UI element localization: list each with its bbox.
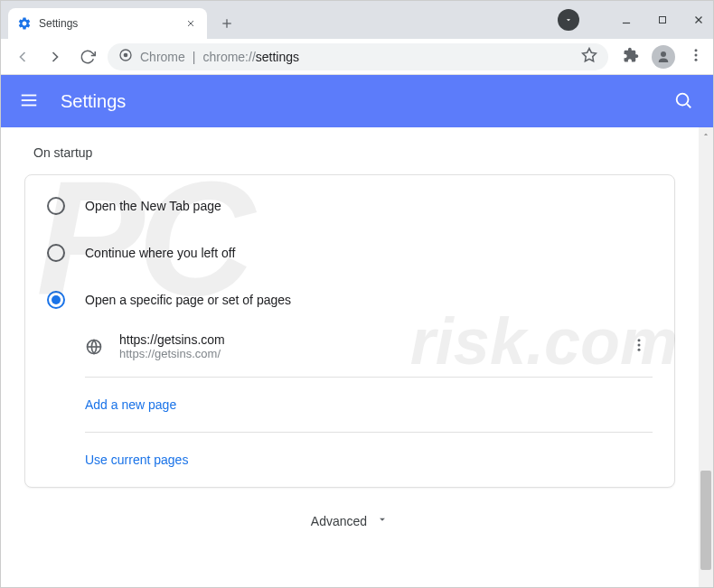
svg-point-18 — [677, 94, 689, 106]
content-area: On startup Open the New Tab page Continu… — [1, 127, 699, 587]
radio-icon — [47, 291, 65, 309]
page-url: https://getsins.com/ — [119, 347, 625, 360]
svg-point-11 — [661, 51, 666, 57]
radio-new-tab[interactable]: Open the New Tab page — [25, 182, 674, 229]
svg-point-12 — [695, 49, 698, 51]
radio-specific-pages[interactable]: Open a specific page or set of pages — [25, 276, 674, 323]
reload-button[interactable] — [75, 44, 100, 70]
svg-line-19 — [687, 104, 691, 107]
svg-point-14 — [695, 58, 698, 61]
radio-label: Continue where you left off — [85, 246, 235, 260]
hamburger-icon[interactable] — [19, 90, 41, 112]
section-title: On startup — [24, 145, 675, 160]
close-icon[interactable] — [183, 16, 198, 31]
address-bar: Chrome | chrome://settings — [1, 39, 713, 75]
search-icon[interactable] — [673, 90, 695, 112]
divider — [85, 377, 653, 378]
omnibox-chrome-label: Chrome — [140, 50, 185, 64]
new-tab-button[interactable] — [214, 11, 240, 36]
header-title: Settings — [61, 91, 673, 112]
scrollbar[interactable] — [699, 127, 713, 587]
add-page-link[interactable]: Add a new page — [25, 385, 674, 425]
svg-point-24 — [638, 348, 641, 350]
startup-page-entry: https://getsins.com https://getsins.com/ — [25, 323, 674, 369]
svg-point-9 — [124, 52, 128, 57]
window-controls — [558, 1, 706, 39]
advanced-toggle[interactable]: Advanced — [24, 488, 675, 542]
tab-search-icon[interactable] — [558, 9, 579, 31]
minimize-button[interactable] — [619, 13, 634, 27]
svg-point-22 — [638, 339, 641, 341]
gear-icon — [17, 16, 32, 31]
page-title: https://getsins.com — [119, 332, 625, 347]
back-button[interactable] — [10, 44, 35, 70]
scroll-up-icon[interactable] — [699, 127, 713, 142]
radio-icon — [47, 197, 65, 215]
globe-icon — [85, 338, 103, 356]
radio-continue[interactable]: Continue where you left off — [25, 229, 674, 276]
settings-header: Settings — [1, 75, 713, 127]
profile-icon[interactable] — [652, 45, 675, 69]
tab-bar: Settings — [1, 1, 713, 39]
page-menu-icon[interactable] — [625, 337, 653, 357]
tab-title: Settings — [39, 17, 183, 30]
startup-card: Open the New Tab page Continue where you… — [24, 174, 675, 488]
extensions-icon[interactable] — [623, 47, 639, 67]
svg-point-13 — [695, 53, 698, 56]
use-current-pages-link[interactable]: Use current pages — [25, 440, 674, 480]
menu-icon[interactable] — [688, 47, 704, 67]
forward-button[interactable] — [42, 44, 68, 70]
chrome-icon — [118, 48, 133, 66]
svg-point-23 — [638, 343, 641, 346]
omnibox[interactable]: Chrome | chrome://settings — [108, 43, 608, 70]
radio-icon — [47, 244, 65, 262]
maximize-button[interactable] — [655, 13, 670, 27]
browser-tab[interactable]: Settings — [8, 8, 207, 39]
chevron-down-icon — [376, 513, 389, 529]
svg-marker-10 — [583, 48, 597, 61]
close-window-button[interactable] — [691, 13, 706, 27]
bookmark-icon[interactable] — [581, 47, 597, 67]
radio-label: Open a specific page or set of pages — [85, 293, 291, 307]
svg-rect-5 — [660, 17, 666, 23]
divider — [85, 432, 653, 433]
scroll-thumb[interactable] — [700, 471, 711, 570]
advanced-label: Advanced — [311, 514, 367, 528]
radio-label: Open the New Tab page — [85, 199, 221, 213]
omnibox-url: chrome://settings — [202, 50, 299, 64]
